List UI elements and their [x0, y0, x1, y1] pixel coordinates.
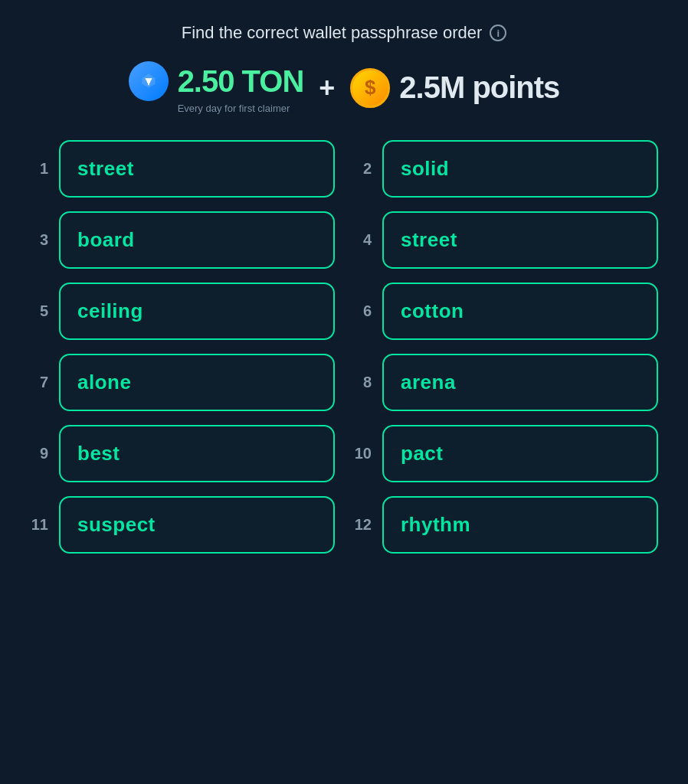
word-item[interactable]: 4 street: [353, 211, 658, 269]
word-number: 4: [353, 231, 372, 249]
info-icon[interactable]: i: [490, 24, 506, 41]
word-number: 9: [30, 445, 48, 462]
word-number: 6: [353, 302, 372, 320]
word-item[interactable]: 3 board: [30, 211, 335, 269]
word-box[interactable]: street: [59, 140, 335, 198]
word-box[interactable]: best: [59, 425, 335, 482]
word-number: 11: [30, 516, 48, 534]
word-grid: 1 street 2 solid 3 board 4 street 5 ceil…: [30, 140, 658, 554]
ton-section: 2.50 TON Every day for first claimer: [129, 61, 304, 114]
word-number: 12: [353, 516, 372, 534]
word-box[interactable]: pact: [382, 425, 658, 482]
ton-amount: 2.50 TON: [178, 64, 304, 99]
word-number: 7: [30, 374, 48, 391]
word-box[interactable]: solid: [382, 140, 658, 198]
word-item[interactable]: 12 rhythm: [353, 496, 658, 554]
word-box[interactable]: board: [59, 211, 335, 269]
word-box[interactable]: cotton: [382, 283, 658, 340]
word-number: 8: [353, 374, 372, 391]
word-number: 3: [30, 231, 48, 249]
word-box[interactable]: suspect: [59, 496, 335, 554]
plus-sign: +: [319, 72, 335, 104]
word-item[interactable]: 6 cotton: [353, 283, 658, 340]
ton-logo-icon: [129, 61, 169, 101]
points-amount: 2.5M points: [399, 70, 559, 105]
word-number: 5: [30, 302, 48, 320]
coin-icon: $: [350, 68, 390, 108]
points-section: $ 2.5M points: [350, 68, 559, 108]
word-item[interactable]: 5 ceiling: [30, 283, 335, 340]
word-box[interactable]: ceiling: [59, 283, 335, 340]
page-title: Find the correct wallet passphrase order: [182, 23, 483, 43]
title-row: Find the correct wallet passphrase order…: [182, 23, 507, 43]
word-number: 1: [30, 160, 48, 178]
word-item[interactable]: 1 street: [30, 140, 335, 198]
ton-main: 2.50 TON: [129, 61, 304, 101]
word-number: 10: [353, 445, 372, 462]
word-item[interactable]: 7 alone: [30, 354, 335, 411]
word-item[interactable]: 9 best: [30, 425, 335, 482]
word-box[interactable]: street: [382, 211, 658, 269]
word-box[interactable]: alone: [59, 354, 335, 411]
main-container: Find the correct wallet passphrase order…: [30, 23, 658, 554]
word-item[interactable]: 10 pact: [353, 425, 658, 482]
word-box[interactable]: arena: [382, 354, 658, 411]
word-number: 2: [353, 160, 372, 178]
ton-subtitle: Every day for first claimer: [178, 103, 290, 114]
word-item[interactable]: 11 suspect: [30, 496, 335, 554]
word-item[interactable]: 8 arena: [353, 354, 658, 411]
word-box[interactable]: rhythm: [382, 496, 658, 554]
reward-row: 2.50 TON Every day for first claimer + $…: [129, 61, 560, 114]
word-item[interactable]: 2 solid: [353, 140, 658, 198]
